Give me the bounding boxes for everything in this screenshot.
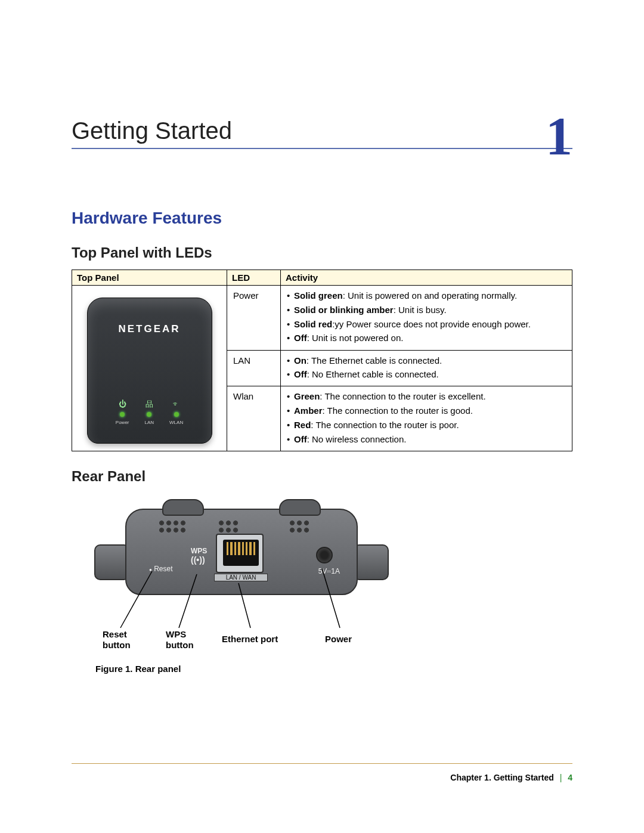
led-activity-lan: On: The Ethernet cable is connected.Off:… [281, 350, 572, 386]
chapter-title: Getting Started [72, 117, 232, 148]
rear-body: ● Reset WPS((•)) LAN / WAN 5V⎓1A [125, 509, 358, 595]
callout-power: Power [325, 634, 352, 645]
rear-panel-figure: ● Reset WPS((•)) LAN / WAN 5V⎓1A Reset b… [95, 497, 441, 664]
th-top-panel: Top Panel [72, 270, 227, 286]
footer-page-number: 4 [568, 773, 572, 782]
ethernet-port-icon: LAN / WAN [216, 534, 264, 573]
footer-chapter: Chapter 1. Getting Started [450, 773, 553, 782]
chapter-number: 1 [546, 110, 572, 163]
subsection-rear-panel: Rear Panel [72, 468, 572, 485]
activity-item: Off: Unit is not powered on. [287, 332, 566, 345]
th-led: LED [227, 270, 281, 286]
callout-ethernet: Ethernet port [222, 634, 278, 645]
device-brand: NETGEAR [88, 298, 212, 337]
activity-item: Solid or blinking amber: Unit is busy. [287, 304, 566, 317]
rear-wps-label: WPS((•)) [191, 547, 207, 565]
led-name-wlan: Wlan [227, 386, 281, 451]
activity-item: Solid red:yy Power source does not provi… [287, 318, 566, 331]
section-heading: Hardware Features [72, 209, 572, 228]
led-name-lan: LAN [227, 350, 281, 386]
activity-item: Red: The connection to the router is poo… [287, 419, 566, 432]
activity-item: Off: No wireless connection. [287, 433, 566, 446]
rear-reset-label: ● Reset [149, 565, 173, 573]
activity-item: Amber: The connection to the router is g… [287, 404, 566, 417]
activity-item: Off: No Ethernet cable is connected. [287, 368, 566, 381]
callout-wps: WPS button [166, 629, 194, 651]
th-activity: Activity [281, 270, 572, 286]
subsection-top-panel: Top Panel with LEDs [72, 244, 572, 261]
figure-caption: Figure 1. Rear panel [95, 664, 572, 674]
rear-power-label: 5V⎓1A [318, 567, 340, 575]
led-activity-power: Solid green: Unit is powered on and oper… [281, 286, 572, 351]
led-wlan-icon: ᯤ WLAN [169, 399, 183, 426]
callout-reset: Reset button [103, 629, 131, 651]
led-lan-icon: 品 LAN [145, 399, 154, 426]
activity-item: Green: The connection to the router is e… [287, 390, 566, 403]
activity-item: On: The Ethernet cable is connected. [287, 354, 566, 367]
device-image-cell: NETGEAR ⏻ Power 品 LAN ᯤ [72, 286, 227, 451]
led-table: Top Panel LED Activity NETGEAR ⏻ Power [72, 270, 572, 451]
led-power-icon: ⏻ Power [116, 399, 129, 426]
led-name-power: Power [227, 286, 281, 351]
chapter-header: Getting Started 1 [72, 113, 572, 149]
led-activity-wlan: Green: The connection to the router is e… [281, 386, 572, 451]
power-jack-icon [316, 547, 333, 563]
footer-rule [72, 763, 572, 764]
page-footer: Chapter 1. Getting Started | 4 [72, 773, 572, 782]
device-mock: NETGEAR ⏻ Power 品 LAN ᯤ [87, 298, 212, 444]
activity-item: Solid green: Unit is powered on and oper… [287, 289, 566, 302]
